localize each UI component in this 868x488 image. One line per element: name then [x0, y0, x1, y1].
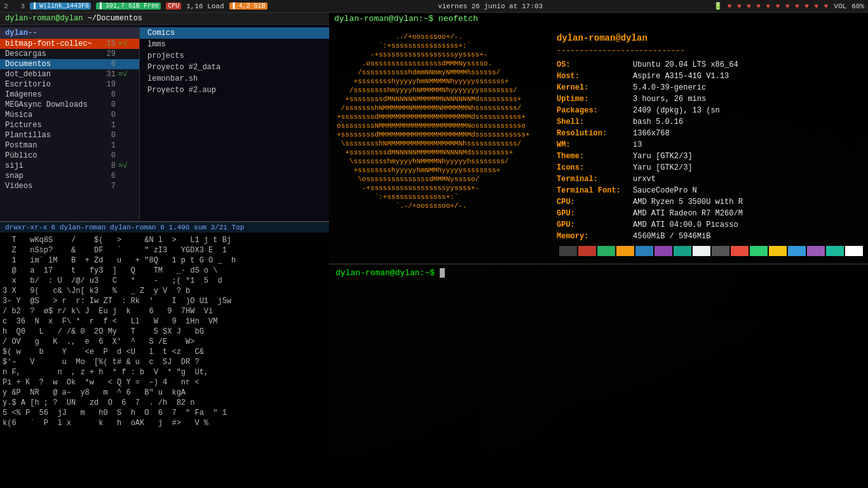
fm-dir-count: 1	[100, 141, 116, 150]
sysinfo-val: Aspire A315-41G V1.13	[633, 71, 729, 82]
color-swatches	[557, 246, 863, 256]
sysinfo-val: 3 hours, 26 mins	[633, 93, 706, 105]
fm-file-item[interactable]: projects	[140, 50, 329, 62]
fm-file-item[interactable]: Comics	[140, 27, 329, 39]
file-manager: dylan-- bitmap-font-collec~15=√Descargas…	[0, 25, 329, 222]
sysinfo-val: Ubuntu 20.04 LTS x86_64	[633, 59, 738, 71]
fm-dir-item[interactable]: snap6	[0, 171, 139, 181]
vim-line: 5 <% P 56 jJ m h0 S h O 6 7 " Fa " 1	[0, 408, 329, 418]
fm-dir-item[interactable]: bitmap-font-collec~15=√	[0, 39, 139, 49]
fm-dir-item[interactable]: Escritorio19	[0, 79, 139, 90]
fm-dir-item[interactable]: Postman1	[0, 140, 139, 151]
sysinfo-val: 5.4.0-39-generic	[633, 82, 706, 93]
wifi-icon: ▐	[32, 3, 36, 10]
sysinfo-val: Yaru [GTK2/3]	[633, 151, 693, 162]
fm-dir-count: 7	[100, 182, 116, 191]
ws-num-1[interactable]: 2	[4, 3, 8, 10]
sysinfo-val: 868x488	[633, 128, 670, 139]
battery-icon: 🔋	[714, 2, 722, 10]
cpu-tag: CPU	[166, 3, 181, 10]
sysinfo-row: Terminal:urxvt	[557, 173, 863, 185]
fm-dir-item[interactable]: Música0	[0, 110, 139, 120]
fm-dir-check: =√	[118, 70, 134, 79]
fm-file-item[interactable]: lemonbar.sh	[140, 73, 329, 85]
fm-dir-count: 15	[100, 39, 116, 48]
color-swatch	[616, 246, 634, 256]
fm-dir-count: 29	[100, 50, 116, 58]
sysinfo-row: Memory:4560MiB / 5946MiB	[557, 231, 863, 242]
color-swatch	[578, 246, 596, 256]
sysinfo-val: 2409 (dpkg), 13 (sn	[633, 105, 720, 116]
fm-dir-item[interactable]: Vídeos7	[0, 181, 139, 191]
fm-dir-name: bitmap-font-collec~	[5, 39, 100, 48]
ws-num-2[interactable]: 3	[20, 3, 25, 10]
terminal-prompt-right[interactable]: dylan-roman@dylan:~$	[329, 264, 868, 488]
vim-line: y &P NR @ a– y8 m ^ 6 B" u kgA	[0, 388, 329, 398]
sysinfo-row: OS:Ubuntu 20.04 LTS x86_64	[557, 59, 863, 71]
system-info: dylan-roman@dylan ----------------------…	[557, 30, 863, 259]
color-swatch	[597, 246, 615, 256]
fm-dir-check: =√	[118, 161, 134, 170]
vim-line: c 36 N x F\ * r f < Ll W 9 1Hn VM	[0, 316, 329, 327]
fm-dir-count: 6	[100, 90, 116, 99]
sysinfo-row: WM:i3	[557, 139, 863, 151]
datetime: viernes 26 junio at 17:03	[438, 3, 543, 10]
sysinfo-val: bash 5.0.16	[633, 116, 683, 128]
fm-dir-name: Postman	[5, 141, 100, 150]
hearts-decoration: ♥ ♥ ♥ ♥ ♥ ♥ ♥ ♥ ♥ ♥ ♥	[728, 3, 829, 10]
color-swatch	[845, 246, 863, 256]
fm-dir-count: 0	[100, 151, 116, 160]
color-swatch	[731, 246, 749, 256]
fm-dir-item[interactable]: Público0	[0, 151, 139, 161]
sysinfo-key: Uptime:	[557, 93, 633, 105]
color-swatch	[769, 246, 787, 256]
sysinfo-row: Terminal Font:SauceCodePro N	[557, 185, 863, 196]
fm-header: dylan--	[0, 27, 139, 39]
color-swatch	[654, 246, 672, 256]
fm-dir-name: siji	[5, 161, 100, 170]
sysinfo-row: Kernel:5.4.0-39-generic	[557, 82, 863, 93]
fm-dir-item[interactable]: Imágenes6	[0, 90, 139, 100]
sysinfo-key: OS:	[557, 59, 633, 71]
sysinfo-key: Resolution:	[557, 128, 633, 139]
vim-line: k(6 ` P l x k h oAK j #> V %	[0, 418, 329, 428]
fm-dir-item[interactable]: Documentos6	[0, 59, 139, 69]
fm-file-item[interactable]: lmms	[140, 39, 329, 50]
fm-dir-name: snap	[5, 172, 100, 180]
sysinfo-key: Packages:	[557, 105, 633, 116]
vim-line: @ a 17 t fy3 ] Q TM _- dS o \	[0, 266, 329, 276]
fm-dir-item[interactable]: MEGAsync Downloads0	[0, 100, 139, 110]
fm-dir-item[interactable]: dot_debian31=√	[0, 69, 139, 79]
sysinfo-val: SauceCodePro N	[633, 185, 697, 196]
vim-line: T wKq8S / $( > &N l > L1 j t Bj	[0, 235, 329, 245]
fm-directory-list[interactable]: dylan-- bitmap-font-collec~15=√Descargas…	[0, 25, 140, 221]
statusbar-right: 🔋 ♥ ♥ ♥ ♥ ♥ ♥ ♥ ♥ ♥ ♥ ♥ VOL 60%	[714, 2, 864, 10]
sysinfo-key: Shell:	[557, 116, 633, 128]
fm-dir-item[interactable]: Descargas29	[0, 49, 139, 59]
fm-file-item[interactable]: Proyecto #2_data	[140, 62, 329, 73]
workspace-indicator[interactable]: 2 3	[4, 3, 25, 10]
sysinfo-key: Theme:	[557, 151, 633, 162]
vim-line: / OV g K ., e 6 X' ^ S /E W>	[0, 337, 329, 347]
fm-dir-name: Vídeos	[5, 182, 100, 191]
fm-dir-item[interactable]: Pictures1	[0, 120, 139, 130]
fm-dir-item[interactable]: siji8=√	[0, 161, 139, 171]
sysinfo-key: Memory:	[557, 231, 633, 242]
sysinfo-key: GPU:	[557, 208, 633, 219]
sysinfo-row: GPU:AMD ATI 04:00.0 Picasso	[557, 219, 863, 231]
sysinfo-key: Icons:	[557, 162, 633, 173]
vim-editor[interactable]: T wKq8S / $( > &N l > L1 j t Bj Z nSsp? …	[0, 233, 329, 488]
fm-status-bar: drwxr-xr-x 6 dylan-roman dylan-roman 6 1…	[0, 222, 329, 233]
vim-line: y.$ A [h ; ? UN zd O 6 7 . /h 82 n	[0, 398, 329, 408]
sysinfo-key: Kernel:	[557, 82, 633, 93]
sysinfo-val: AMD Ryzen 5 3500U with R	[633, 196, 743, 208]
vim-line: Pi + K ? w Ok *w < Q Y = –) 4 nr <	[0, 377, 329, 388]
fm-dir-item[interactable]: Plantillas0	[0, 130, 139, 140]
color-swatch	[674, 246, 691, 256]
sysinfo-val: 4560MiB / 5946MiB	[633, 231, 710, 242]
fm-file-item[interactable]: Proyecto #2.aup	[140, 85, 329, 96]
fm-file-list[interactable]: ComicslmmsprojectsProyecto #2_datalemonb…	[140, 25, 329, 221]
vim-line: 3 X 9( c& \Jn[ k3 % _ Z y V ? b	[0, 286, 329, 296]
ascii-art: .-/+oossssoo+/-. `:+ssssssssssssssss+:` …	[334, 30, 550, 259]
sysinfo-val: urxvt	[633, 173, 656, 185]
